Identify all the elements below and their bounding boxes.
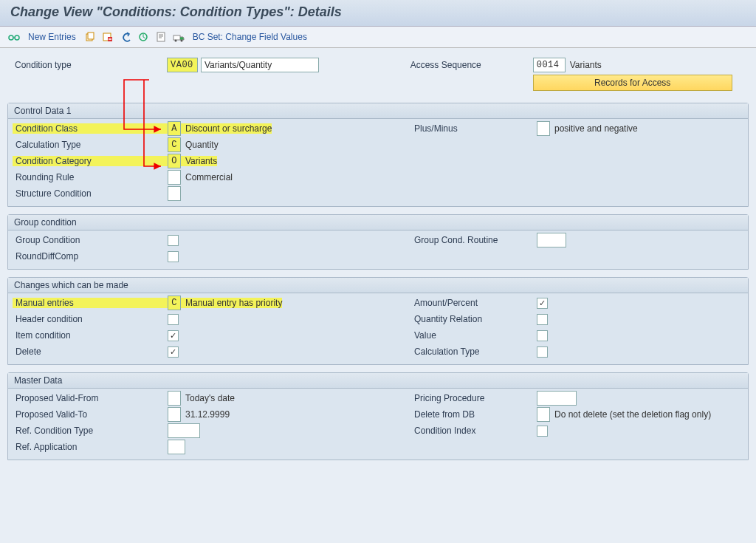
delete-row-icon[interactable] (101, 30, 114, 44)
header-cond-label: Header condition (13, 314, 168, 324)
copy-icon[interactable] (83, 30, 97, 44)
gc-routine-input[interactable] (537, 233, 566, 247)
rounding-label: Rounding Rule (13, 172, 168, 182)
rounding-text: Commercial (181, 172, 233, 182)
plus-minus-label: Plus/Minus (411, 123, 537, 134)
header-cond-checkbox[interactable] (168, 314, 179, 325)
cond-type-text[interactable]: Variants/Quantity (201, 58, 319, 72)
svg-rect-8 (157, 33, 165, 41)
qty-relation-checkbox[interactable] (537, 314, 548, 325)
ref-cond-input[interactable] (168, 423, 200, 438)
rounddiff-checkbox[interactable] (168, 251, 179, 262)
valid-to-code[interactable] (168, 407, 181, 422)
calc-type-label: Calculation Type (13, 140, 168, 150)
item-cond-label: Item condition (13, 330, 168, 341)
amount-percent-label: Amount/Percent (411, 298, 537, 308)
new-entries-button[interactable]: New Entries (25, 32, 79, 42)
group-cond-label: Group Condition (13, 235, 168, 245)
rounding-code[interactable] (168, 170, 181, 185)
cond-index-checkbox[interactable] (537, 426, 548, 437)
valid-from-label: Proposed Valid-From (13, 393, 168, 403)
cond-cat-text: Variants (181, 156, 217, 166)
value-label: Value (411, 330, 537, 341)
svg-rect-3 (88, 33, 94, 39)
records-for-access-button[interactable]: Records for Access (533, 75, 732, 91)
valid-to-text: 31.12.9999 (181, 409, 230, 420)
transport-icon[interactable] (172, 30, 185, 44)
cond-type-code[interactable]: VA00 (167, 58, 198, 72)
toolbar: New Entries BC Set: Change Field Values (0, 27, 756, 48)
control-data-1-group: Control Data 1 Condition Class A Discoun… (7, 103, 749, 207)
qty-relation-label: Quantity Relation (411, 314, 537, 324)
rounddiff-label: RoundDiffComp (13, 251, 168, 262)
svg-point-0 (9, 35, 13, 40)
pricing-proc-input[interactable] (537, 391, 577, 406)
valid-from-code[interactable] (168, 391, 181, 406)
access-seq-label: Access Sequence (408, 60, 533, 70)
cond-cat-label: Condition Category (13, 156, 168, 166)
delete-db-text: Do not delete (set the deletion flag onl… (550, 409, 711, 420)
access-seq-code[interactable]: 0014 (533, 58, 566, 72)
master-data-group: Master Data Proposed Valid-From Today's … (7, 372, 749, 460)
cond-class-label: Condition Class (13, 123, 168, 134)
ref-app-label: Ref. Application (13, 442, 168, 452)
calc-type-checkbox[interactable] (537, 346, 548, 358)
group-cond-checkbox[interactable] (168, 235, 179, 246)
ref-cond-label: Ref. Condition Type (13, 426, 168, 436)
svg-point-10 (174, 40, 176, 42)
cond-class-text: Discount or surcharge (181, 123, 272, 134)
struct-cond-code[interactable] (168, 186, 181, 201)
value-checkbox[interactable] (537, 330, 548, 341)
svg-point-11 (180, 40, 182, 42)
valid-from-text: Today's date (181, 393, 235, 403)
svg-point-1 (15, 35, 19, 40)
valid-to-label: Proposed Valid-To (13, 409, 168, 420)
manual-entries-text: Manual entry has priority (181, 298, 282, 308)
refresh-icon[interactable] (137, 30, 150, 44)
cond-type-label: Condition type (12, 60, 167, 70)
manual-entries-code[interactable]: C (168, 296, 181, 310)
bcset-button[interactable]: BC Set: Change Field Values (190, 32, 310, 42)
manual-entries-label: Manual entries (13, 298, 168, 308)
delete-label: Delete (13, 346, 168, 357)
ref-app-input[interactable] (168, 440, 185, 454)
glasses-icon[interactable] (7, 30, 21, 44)
plus-minus-text: positive and negative (550, 123, 638, 134)
amount-percent-checkbox[interactable]: ✓ (537, 298, 548, 309)
page-icon[interactable] (154, 30, 168, 44)
calc-type-text: Quantity (181, 140, 219, 150)
delete-db-code[interactable] (537, 407, 550, 422)
control-data-1-title: Control Data 1 (8, 103, 748, 119)
access-seq-text: Variants (566, 60, 602, 70)
group-condition-title: Group condition (8, 215, 748, 230)
cond-class-code[interactable]: A (168, 121, 181, 136)
changes-group: Changes which can be made Manual entries… (7, 277, 749, 365)
group-condition-group: Group condition Group Condition RoundDif… (7, 214, 749, 270)
page-title: Change View "Conditions: Condition Types… (0, 0, 756, 27)
gc-routine-label: Group Cond. Routine (411, 235, 537, 245)
item-cond-checkbox[interactable]: ✓ (168, 330, 179, 341)
changes-title: Changes which can be made (8, 278, 748, 293)
undo-icon[interactable] (119, 30, 132, 44)
cond-cat-code[interactable]: O (168, 154, 181, 168)
svg-rect-9 (173, 35, 180, 40)
cond-index-label: Condition Index (411, 426, 537, 436)
calc-type-code[interactable]: C (168, 137, 181, 152)
struct-cond-label: Structure Condition (13, 188, 168, 199)
pricing-proc-label: Pricing Procedure (411, 393, 537, 403)
plus-minus-code[interactable] (537, 121, 550, 136)
calc-type-label2: Calculation Type (411, 346, 537, 357)
delete-checkbox[interactable]: ✓ (168, 346, 179, 358)
delete-db-label: Delete from DB (411, 409, 537, 420)
master-data-title: Master Data (8, 373, 748, 389)
